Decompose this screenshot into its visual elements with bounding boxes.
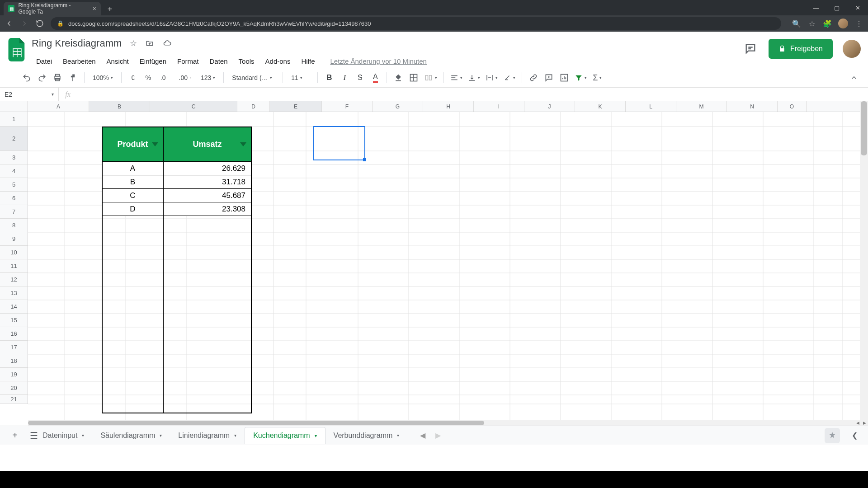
row-header-14[interactable]: 14	[0, 300, 28, 314]
row-header-5[interactable]: 5	[0, 178, 28, 192]
increase-decimal-button[interactable]: .00→	[175, 71, 195, 84]
scroll-left-button[interactable]: ◀	[854, 420, 861, 426]
row-header-3[interactable]: 3	[0, 151, 28, 164]
account-avatar[interactable]	[843, 40, 861, 58]
text-color-button[interactable]: A	[368, 71, 382, 84]
menu-file[interactable]: Datei	[32, 56, 57, 67]
column-header-C[interactable]: C	[150, 101, 237, 112]
sheet-nav-left-button[interactable]: ◀	[416, 429, 429, 442]
sheet-tab-verbunddiagramm[interactable]: Verbunddiagramm▾	[326, 427, 408, 444]
side-panel-toggle[interactable]: ❮	[848, 431, 861, 440]
cell-product[interactable]: D	[103, 202, 164, 216]
column-headers[interactable]: ABCDEFGHIJKLMNO	[28, 101, 868, 112]
move-icon[interactable]	[145, 39, 154, 47]
insert-chart-button[interactable]	[557, 71, 571, 84]
cell-revenue[interactable]: 31.718	[164, 175, 251, 188]
column-header-F[interactable]: F	[322, 101, 373, 112]
horizontal-align-button[interactable]	[448, 71, 464, 84]
name-box[interactable]: E2 ▾	[0, 88, 59, 101]
menu-addons[interactable]: Add-ons	[261, 56, 295, 67]
filter-icon[interactable]	[152, 142, 158, 146]
text-rotation-button[interactable]	[501, 71, 517, 84]
column-header-G[interactable]: G	[373, 101, 423, 112]
sheet-tab-kuchendiagramm[interactable]: Kuchendiagramm▾	[245, 427, 325, 444]
menu-format[interactable]: Format	[173, 56, 203, 67]
functions-button[interactable]: Σ	[590, 71, 604, 84]
new-tab-button[interactable]: +	[104, 3, 116, 15]
row-header-1[interactable]: 1	[0, 112, 28, 127]
chevron-down-icon[interactable]: ▾	[397, 433, 399, 438]
explore-button[interactable]	[825, 428, 840, 443]
vertical-scrollbar[interactable]	[860, 101, 868, 420]
zoom-icon[interactable]: 🔍	[792, 19, 801, 28]
column-header-N[interactable]: N	[727, 101, 778, 112]
star-icon[interactable]: ☆	[130, 38, 137, 48]
row-header-13[interactable]: 13	[0, 286, 28, 300]
column-header-O[interactable]: O	[778, 101, 807, 112]
row-header-7[interactable]: 7	[0, 205, 28, 219]
chevron-down-icon[interactable]: ▾	[315, 433, 317, 438]
active-cell-selection[interactable]	[313, 126, 365, 160]
cell-product[interactable]: B	[103, 175, 164, 188]
back-button[interactable]	[5, 19, 14, 28]
vertical-align-button[interactable]	[466, 71, 482, 84]
sheet-tab-dateninput[interactable]: Dateninput▾	[43, 427, 92, 444]
menu-view[interactable]: Ansicht	[102, 56, 133, 67]
select-all-corner[interactable]	[0, 101, 28, 112]
row-header-10[interactable]: 10	[0, 246, 28, 259]
column-header-K[interactable]: K	[575, 101, 626, 112]
fill-color-button[interactable]	[392, 71, 405, 84]
close-icon[interactable]: ×	[93, 5, 96, 12]
text-wrap-button[interactable]	[484, 71, 500, 84]
filter-icon[interactable]	[240, 142, 246, 146]
table-header-revenue[interactable]: Umsatz	[164, 127, 251, 161]
row-header-4[interactable]: 4	[0, 164, 28, 178]
zoom-dropdown[interactable]: 100%	[89, 71, 117, 84]
chevron-down-icon[interactable]: ▾	[82, 433, 84, 438]
table-header-product[interactable]: Produkt	[103, 127, 164, 161]
forward-button[interactable]	[20, 19, 29, 28]
column-header-H[interactable]: H	[423, 101, 474, 112]
italic-button[interactable]: I	[338, 71, 351, 84]
row-header-11[interactable]: 11	[0, 259, 28, 273]
add-sheet-button[interactable]: +	[7, 428, 23, 443]
cloud-status-icon[interactable]	[162, 39, 172, 47]
column-header-A[interactable]: A	[28, 101, 89, 112]
spreadsheet-grid[interactable]: ABCDEFGHIJKLMNO 123456789101112131415161…	[0, 101, 868, 426]
row-header-20[interactable]: 20	[0, 381, 28, 395]
scroll-right-button[interactable]: ▶	[861, 420, 868, 426]
last-edit-link[interactable]: Letzte Änderung vor 10 Minuten	[326, 56, 431, 67]
all-sheets-button[interactable]: ☰	[26, 428, 42, 443]
sheets-logo-icon[interactable]	[6, 36, 28, 63]
chevron-down-icon[interactable]: ▾	[160, 433, 162, 438]
window-close-button[interactable]: ✕	[847, 0, 868, 15]
table-row[interactable]: B31.718	[103, 175, 251, 188]
cell-product[interactable]: C	[103, 188, 164, 202]
row-header-21[interactable]: 21	[0, 395, 28, 404]
window-minimize-button[interactable]: —	[806, 0, 826, 15]
browser-tab[interactable]: ▦ Ring Kreisdiagramm - Google Ta ×	[4, 2, 101, 15]
reload-button[interactable]	[35, 19, 44, 28]
cell-revenue[interactable]: 45.687	[164, 188, 251, 202]
sheet-nav-right-button[interactable]: ▶	[432, 429, 444, 442]
row-headers[interactable]: 123456789101112131415161718192021	[0, 112, 28, 404]
menu-help[interactable]: Hilfe	[297, 56, 319, 67]
horizontal-scrollbar[interactable]	[28, 420, 857, 426]
decrease-decimal-button[interactable]: .0←	[157, 71, 174, 84]
menu-edit[interactable]: Bearbeiten	[58, 56, 100, 67]
share-button[interactable]: Freigeben	[769, 39, 833, 59]
insert-comment-button[interactable]	[542, 71, 556, 84]
chrome-menu-icon[interactable]: ⋮	[854, 19, 863, 28]
table-row[interactable]: D23.308	[103, 202, 251, 216]
row-header-17[interactable]: 17	[0, 341, 28, 354]
row-header-8[interactable]: 8	[0, 219, 28, 232]
column-header-I[interactable]: I	[474, 101, 524, 112]
cell-product[interactable]: A	[103, 161, 164, 175]
column-header-D[interactable]: D	[237, 101, 270, 112]
bookmark-icon[interactable]: ☆	[807, 19, 816, 28]
insert-link-button[interactable]	[527, 71, 540, 84]
row-header-18[interactable]: 18	[0, 354, 28, 368]
menu-insert[interactable]: Einfügen	[135, 56, 171, 67]
font-size-dropdown[interactable]: 11	[288, 71, 313, 84]
print-button[interactable]	[51, 71, 64, 84]
